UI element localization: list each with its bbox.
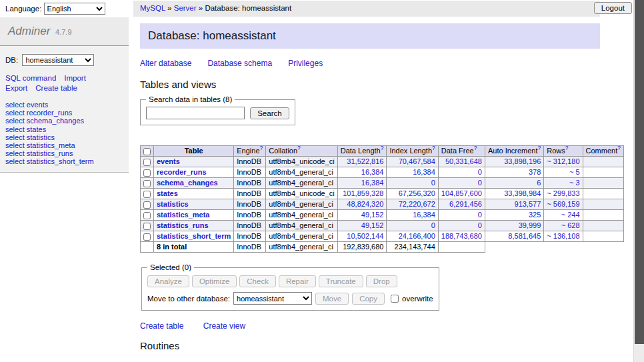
help-icon[interactable]: ? <box>538 145 541 151</box>
privileges-link[interactable]: Privileges <box>288 59 323 68</box>
help-icon[interactable]: ? <box>565 145 569 151</box>
vertical-scrollbar[interactable] <box>633 0 644 362</box>
language-select[interactable]: English <box>44 3 105 15</box>
cell-data-free-link[interactable]: 0 <box>478 179 482 187</box>
cell-index-length-link[interactable]: 24,166,400 <box>399 232 435 240</box>
help-icon[interactable]: ? <box>297 145 301 151</box>
sidebar-select-schema-changes[interactable]: select schema_changes <box>5 117 129 125</box>
cell-auto-increment-link[interactable]: 913,577 <box>515 200 541 208</box>
help-icon[interactable]: ? <box>432 145 435 151</box>
cell-data-length-link[interactable]: 10,502,144 <box>347 232 383 240</box>
check-button[interactable]: Check <box>239 275 276 287</box>
cell-data-free-link[interactable]: 6,291,456 <box>449 200 482 208</box>
cell-index-length-link[interactable]: 67,256,320 <box>399 189 435 197</box>
cell-rows-link[interactable]: ~ 136,108 <box>547 232 579 240</box>
truncate-button[interactable]: Truncate <box>319 275 363 287</box>
cell-data-length-link[interactable]: 31,522,816 <box>347 157 383 165</box>
breadcrumb-link-server[interactable]: Server <box>174 4 197 12</box>
cell-data-length-link[interactable]: 48,824,320 <box>347 200 383 208</box>
cell-auto-increment-link[interactable]: 33,898,196 <box>504 157 541 165</box>
cell-data-length-link[interactable]: 49,152 <box>361 221 384 229</box>
sidebar-select-statistics-short-term[interactable]: select statistics_short_term <box>5 157 129 165</box>
database-schema-link[interactable]: Database schema <box>207 59 272 68</box>
row-checkbox[interactable] <box>143 191 151 198</box>
cell-auto-increment-link[interactable]: 6 <box>537 179 541 187</box>
help-icon[interactable]: ? <box>474 145 477 151</box>
optimize-button[interactable]: Optimize <box>192 275 237 287</box>
sidebar-select-statistics-runs[interactable]: select statistics_runs <box>5 149 129 157</box>
cell-index-length-link[interactable]: 72,220,672 <box>399 200 435 208</box>
cell-auto-increment-link[interactable]: 33,398,984 <box>504 189 541 197</box>
sidebar-select-states[interactable]: select states <box>5 125 129 133</box>
help-icon[interactable]: ? <box>260 145 263 151</box>
cell-data-free-link[interactable]: 0 <box>478 168 482 176</box>
cell-auto-increment-link[interactable]: 8,581,645 <box>508 232 541 240</box>
cell-data-free-link[interactable]: 0 <box>478 211 482 219</box>
cell-rows-link[interactable]: ~ 312,180 <box>547 157 579 165</box>
row-checkbox[interactable] <box>143 233 151 241</box>
create-view-link[interactable]: Create view <box>203 321 245 331</box>
table-link-schema-changes[interactable]: schema_changes <box>157 179 218 187</box>
cell-auto-increment-link[interactable]: 325 <box>529 211 541 219</box>
cell-index-length-link[interactable]: 70,467,584 <box>399 157 435 165</box>
table-link-statistics-runs[interactable]: statistics_runs <box>157 221 209 229</box>
cell-data-free-link[interactable]: 104,857,600 <box>441 189 482 197</box>
cell-index-length-link[interactable]: 0 <box>431 221 435 229</box>
sidebar-select-recorder-runs[interactable]: select recorder_runs <box>5 109 129 117</box>
table-link-statistics-meta[interactable]: statistics_meta <box>157 211 210 219</box>
drop-button[interactable]: Drop <box>366 275 397 287</box>
copy-button[interactable]: Copy <box>352 293 385 305</box>
row-checkbox[interactable] <box>143 169 151 177</box>
scrollbar-thumb[interactable] <box>635 0 644 344</box>
cell-data-free-link[interactable]: 50,331,648 <box>445 157 482 165</box>
cell-auto-increment-link[interactable]: 39,999 <box>519 221 541 229</box>
cell-rows-link[interactable]: ~ 299,833 <box>547 189 579 197</box>
sidebar-select-statistics[interactable]: select statistics <box>5 133 129 141</box>
row-checkbox[interactable] <box>143 180 151 187</box>
adminer-logo-link[interactable]: Adminer <box>8 25 50 37</box>
sidebar-link-import[interactable]: Import <box>64 74 86 82</box>
sidebar-link-create-table[interactable]: Create table <box>35 84 77 92</box>
move-button[interactable]: Move <box>315 293 349 305</box>
row-checkbox[interactable] <box>143 201 151 209</box>
cell-auto-increment-link[interactable]: 378 <box>529 168 541 176</box>
cell-data-length-link[interactable]: 101,859,328 <box>343 189 383 197</box>
sidebar-link-sql-command[interactable]: SQL command <box>5 74 56 82</box>
db-select[interactable]: homeassistant <box>22 54 94 66</box>
sidebar-link-export[interactable]: Export <box>5 84 27 92</box>
overwrite-checkbox[interactable] <box>391 295 399 303</box>
repair-button[interactable]: Repair <box>279 275 316 287</box>
move-db-select[interactable]: homeassistant <box>233 292 312 305</box>
cell-rows-link[interactable]: ~ 3 <box>569 179 580 187</box>
search-input[interactable] <box>146 107 245 119</box>
cell-rows-link[interactable]: ~ 244 <box>561 211 580 219</box>
cell-data-length-link[interactable]: 16,384 <box>361 179 384 187</box>
cell-rows-link[interactable]: ~ 5 <box>569 168 580 176</box>
cell-data-length-link[interactable]: 49,152 <box>361 211 384 219</box>
table-link-statistics-short-term[interactable]: statistics_short_term <box>157 232 231 240</box>
table-link-events[interactable]: events <box>157 157 180 165</box>
search-button[interactable]: Search <box>250 107 289 119</box>
table-link-states[interactable]: states <box>157 189 178 197</box>
cell-rows-link[interactable]: ~ 569,159 <box>547 200 579 208</box>
select-all-checkbox[interactable] <box>143 148 151 155</box>
create-table-link[interactable]: Create table <box>140 321 183 331</box>
row-checkbox[interactable] <box>143 212 151 219</box>
row-checkbox[interactable] <box>143 159 151 166</box>
cell-data-free-link[interactable]: 188,743,680 <box>441 232 482 240</box>
sidebar-select-statistics-meta[interactable]: select statistics_meta <box>5 141 129 149</box>
cell-rows-link[interactable]: ~ 628 <box>561 221 580 229</box>
analyze-button[interactable]: Analyze <box>147 275 189 287</box>
cell-index-length-link[interactable]: 16,384 <box>413 168 435 176</box>
cell-data-free-link[interactable]: 0 <box>478 221 482 229</box>
breadcrumb-link-mysql[interactable]: MySQL <box>140 4 165 12</box>
row-checkbox[interactable] <box>143 223 151 230</box>
help-icon[interactable]: ? <box>617 145 621 151</box>
help-icon[interactable]: ? <box>381 145 384 151</box>
cell-data-length-link[interactable]: 16,384 <box>361 168 384 176</box>
table-link-recorder-runs[interactable]: recorder_runs <box>157 168 207 176</box>
logout-button[interactable]: Logout <box>594 2 632 14</box>
table-link-statistics[interactable]: statistics <box>157 200 189 208</box>
sidebar-select-events[interactable]: select events <box>5 101 129 109</box>
cell-index-length-link[interactable]: 16,384 <box>413 211 435 219</box>
